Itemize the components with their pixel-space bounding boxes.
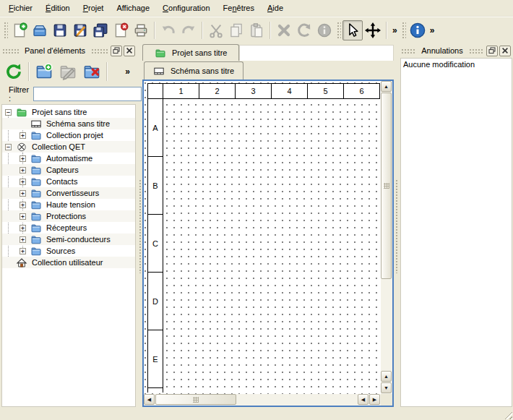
tree-item-automatisme[interactable]: +Automatisme: [2, 153, 135, 164]
project-view: Projet sans titre Schéma sans titre 1234…: [142, 43, 394, 408]
collapse-minus-icon[interactable]: −: [5, 144, 12, 150]
expand-plus-icon[interactable]: +: [20, 225, 26, 231]
tree-item-recepteurs[interactable]: +Récepteurs: [2, 222, 135, 233]
reload-collections-button[interactable]: [3, 61, 25, 82]
undo-panel-titlebar[interactable]: Annulations: [399, 43, 513, 58]
pan-mode-button[interactable]: [363, 20, 383, 40]
float-panel-button[interactable]: [486, 46, 498, 56]
right-splitter-handle[interactable]: [394, 43, 399, 408]
toolbar-overflow-1-button[interactable]: »: [390, 25, 400, 36]
info-blue-icon: [410, 22, 426, 38]
tree-item-haute-tension[interactable]: +Haute tension: [2, 199, 135, 210]
toolbar-overflow-2-button[interactable]: »: [428, 25, 437, 36]
expand-plus-icon[interactable]: +: [20, 179, 26, 185]
menu-affichage[interactable]: Affichage: [110, 1, 156, 15]
tree-item-collection-projet[interactable]: +Collection projet: [2, 129, 135, 141]
scroll-down-button[interactable]: ▼: [381, 382, 392, 393]
left-splitter-handle[interactable]: [137, 43, 142, 408]
element-infos-button[interactable]: [314, 20, 335, 40]
close-panel-button[interactable]: [124, 46, 135, 56]
vertical-scrollbar[interactable]: ▲ ▲ ▼: [381, 81, 392, 394]
expand-plus-icon[interactable]: +: [20, 190, 26, 197]
menu-aide[interactable]: Aide: [261, 1, 290, 15]
toolbar-handle[interactable]: [3, 21, 8, 40]
undo-list-item[interactable]: Aucune modification: [403, 60, 509, 71]
menu-fichier[interactable]: Fichier: [2, 1, 39, 15]
tree-item-contacts[interactable]: +Contacts: [2, 176, 135, 187]
new-document-button[interactable]: [9, 20, 30, 40]
horizontal-scroll-track[interactable]: [155, 394, 358, 406]
tree-item-semi-conducteurs[interactable]: +Semi-conducteurs: [2, 233, 135, 245]
resize-grip-icon[interactable]: [503, 410, 512, 419]
tree-item-protections[interactable]: +Protections: [2, 210, 135, 222]
open-document-button[interactable]: [30, 20, 50, 40]
folder-icon: [30, 165, 42, 176]
tree-item-convertisseurs[interactable]: +Convertisseurs: [2, 187, 135, 199]
expand-plus-icon[interactable]: +: [20, 202, 26, 208]
menu-configuration[interactable]: Configuration: [156, 1, 216, 15]
expand-plus-icon[interactable]: +: [20, 167, 26, 173]
delete-button[interactable]: [274, 20, 294, 40]
filter-input[interactable]: [33, 87, 142, 101]
expand-plus-icon[interactable]: +: [20, 132, 26, 139]
toolbar-handle[interactable]: [401, 21, 406, 40]
save-all-button[interactable]: [90, 20, 111, 40]
about-button[interactable]: [408, 20, 428, 40]
folder-icon: [30, 211, 42, 222]
vertical-scroll-thumb[interactable]: [381, 93, 392, 279]
elements-panel-titlebar[interactable]: Panel d'éléments: [0, 43, 137, 58]
scroll-up-button-2[interactable]: ▲: [381, 371, 392, 382]
rotate-button[interactable]: [294, 20, 314, 40]
menu-edition[interactable]: Édition: [39, 1, 77, 15]
redo-button[interactable]: [178, 20, 199, 40]
scroll-left-button-2[interactable]: ◀: [358, 394, 368, 405]
elements-panel-toolbar: »: [0, 58, 137, 85]
edit-category-button[interactable]: [57, 61, 79, 82]
undo-history-list: Aucune modification: [400, 58, 512, 407]
tree-item-collection-utilisateur[interactable]: Collection utilisateur: [2, 257, 135, 268]
new-category-button[interactable]: [33, 61, 55, 82]
float-panel-button[interactable]: [111, 46, 122, 56]
paste-icon: [249, 22, 264, 38]
tree-item-label: Automatisme: [46, 154, 92, 163]
save-as-button[interactable]: [70, 20, 90, 40]
menu-projet[interactable]: Projet: [77, 1, 111, 15]
expand-plus-icon[interactable]: +: [20, 213, 26, 220]
tree-item-capteurs[interactable]: +Capteurs: [2, 164, 135, 176]
expand-plus-icon[interactable]: +: [20, 248, 26, 254]
horizontal-scrollbar[interactable]: ◀ ◀ ▶: [144, 394, 381, 406]
selection-mode-button[interactable]: [342, 20, 363, 40]
column-header-6: 6: [344, 83, 380, 99]
close-panel-button[interactable]: [499, 46, 511, 56]
tree-item-collection-qet[interactable]: −Collection QET: [2, 141, 135, 153]
cut-button[interactable]: [206, 20, 226, 40]
horizontal-scroll-thumb[interactable]: [155, 394, 236, 405]
tree-item-schema-sans-titre[interactable]: Schéma sans titre: [2, 118, 135, 129]
undo-button[interactable]: [158, 20, 178, 40]
vertical-scroll-track[interactable]: [381, 93, 392, 371]
restore-icon: [488, 47, 496, 54]
print-button[interactable]: [131, 20, 151, 40]
tab-projet-sans-titre[interactable]: Projet sans titre: [142, 44, 239, 61]
save-button[interactable]: [50, 20, 70, 40]
diagram-canvas[interactable]: 123456 ABCDE: [144, 81, 381, 394]
expand-plus-icon[interactable]: +: [20, 236, 26, 243]
close-document-button[interactable]: [111, 20, 131, 40]
toolbar-handle[interactable]: [336, 21, 341, 40]
delete-category-button[interactable]: [81, 61, 103, 82]
dock-grip-texture: [469, 48, 483, 53]
menu-fenetres[interactable]: Fenêtres: [217, 1, 261, 15]
copy-button[interactable]: [226, 20, 246, 40]
scroll-right-button[interactable]: ▶: [369, 394, 380, 405]
collapse-minus-icon[interactable]: −: [5, 109, 12, 116]
scroll-left-button[interactable]: ◀: [144, 394, 155, 405]
expand-plus-icon[interactable]: +: [20, 155, 26, 162]
copy-icon: [228, 22, 244, 38]
tab-schema-sans-titre[interactable]: Schéma sans titre: [144, 61, 243, 80]
paste-button[interactable]: [246, 20, 267, 40]
tree-item-projet-sans-titre[interactable]: −Projet sans titre: [2, 106, 135, 118]
folder-plus-icon: [35, 63, 53, 80]
panel-toolbar-overflow-button[interactable]: »: [125, 67, 130, 77]
scroll-up-button[interactable]: ▲: [381, 81, 392, 92]
tree-item-sources[interactable]: +Sources: [2, 245, 135, 257]
